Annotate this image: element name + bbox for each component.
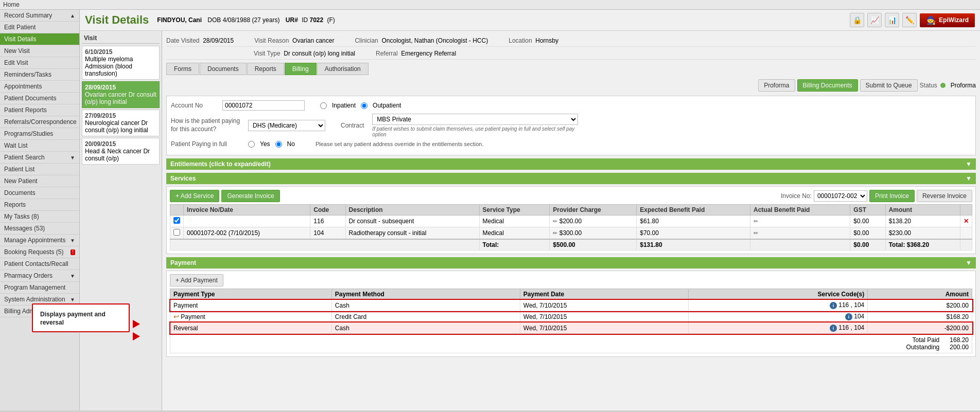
sidebar-item-wait-list[interactable]: Wait List	[0, 140, 79, 152]
sidebar-item-visit-details[interactable]: Visit Details	[0, 33, 79, 45]
tab-documents[interactable]: Documents	[200, 63, 247, 75]
add-service-button[interactable]: + Add Service	[170, 190, 219, 202]
checkbox-cell-0[interactable]	[170, 216, 184, 227]
meta-location: Location Hornsby	[509, 37, 558, 44]
sidebar-item-appointments[interactable]: Appointments	[0, 81, 79, 93]
pay-date-0: Wed, 7/10/2015	[520, 300, 688, 311]
services-header[interactable]: Services ▼	[166, 173, 976, 184]
sidebar-item-reminders[interactable]: Reminders/Tasks	[0, 69, 79, 81]
sidebar-item-patient-contacts[interactable]: Patient Contacts/Recall	[0, 258, 79, 270]
proforma-button[interactable]: Proforma	[758, 79, 795, 92]
services-total-row: Total: $500.00 $131.80 $0.00 Total: $368…	[170, 239, 972, 250]
sidebar-item-pharmacy-orders[interactable]: Pharmacy Orders ▼	[0, 270, 79, 282]
tab-billing[interactable]: Billing	[285, 63, 317, 75]
sidebar-item-my-tasks[interactable]: My Tasks (8)	[0, 211, 79, 223]
pay-codes-2: i 116 , 104	[689, 323, 868, 334]
status-dot	[940, 83, 946, 88]
payment-header[interactable]: Payment ▼	[166, 257, 976, 268]
tab-forms[interactable]: Forms	[166, 63, 199, 75]
bar-chart-button[interactable]: 📊	[885, 13, 899, 27]
delete-0[interactable]: ✕	[960, 216, 972, 227]
top-bar: Home	[0, 0, 980, 10]
pay-date-1: Wed, 7/10/2015	[520, 311, 688, 323]
lock-button[interactable]: 🔒	[850, 13, 864, 27]
sidebar-item-new-patient[interactable]: New Patient	[0, 175, 79, 187]
yes-radio[interactable]	[248, 141, 255, 148]
sidebar-item-patient-search[interactable]: Patient Search ▼	[0, 152, 79, 164]
total-amount: Total: $368.20	[885, 239, 960, 250]
info-icon-2[interactable]: i	[830, 325, 837, 332]
delete-icon-0[interactable]: ✕	[964, 218, 969, 225]
visit-item-3[interactable]: 20/09/2015 Head & Neck cancer Dr consult…	[82, 138, 160, 165]
sidebar-item-new-visit[interactable]: New Visit	[0, 45, 79, 57]
col-gst: GST	[850, 205, 885, 216]
billing-documents-button[interactable]: Billing Documents	[797, 79, 858, 92]
pencil-icon-charge-0[interactable]: ✏	[553, 218, 557, 224]
pay-date-2: Wed, 7/10/2015	[520, 323, 688, 334]
chart-button[interactable]: 📈	[867, 13, 882, 27]
generate-invoice-button[interactable]: Generate Invoice	[221, 190, 279, 202]
home-link[interactable]: Home	[3, 1, 20, 8]
add-payment-button[interactable]: + Add Payment	[170, 274, 223, 286]
dropdown-icon-4: ▼	[70, 297, 75, 302]
sidebar-item-programs[interactable]: Programs/Studies	[0, 128, 79, 140]
print-invoice-button[interactable]: Print Invoice	[869, 190, 915, 202]
sidebar-item-record-summary[interactable]: Record Summary ▲	[0, 10, 79, 22]
payment-table: Payment Type Payment Method Payment Date…	[170, 289, 972, 334]
sidebar-item-messages[interactable]: Messages (53)	[0, 223, 79, 235]
total-paid-line: Total Paid 168.20	[913, 336, 969, 344]
submit-to-queue-button[interactable]: Submit to Queue	[860, 79, 918, 92]
reverse-invoice-button[interactable]: Reverse Invoice	[917, 190, 972, 202]
info-icon-0[interactable]: i	[830, 302, 837, 309]
pencil-icon-actual-0[interactable]: ✏	[754, 218, 758, 224]
pencil-icon-actual-1[interactable]: ✏	[754, 230, 758, 236]
main-content: Visit Details FINDYOU, Cani DOB 4/08/198…	[80, 10, 980, 410]
tab-reports[interactable]: Reports	[247, 63, 284, 75]
invoice-no-select[interactable]: 00001072-002	[814, 190, 867, 202]
pencil-button[interactable]: ✏️	[902, 13, 917, 27]
sidebar-item-patient-documents[interactable]: Patient Documents	[0, 93, 79, 104]
visit-item-0[interactable]: 6/10/2015 Multiple myeloma Admission (bl…	[82, 46, 160, 80]
checkbox-cell-1[interactable]	[170, 227, 184, 240]
outpatient-radio[interactable]	[361, 102, 367, 109]
desc-1: Radiotherapy consult - initial	[345, 227, 479, 240]
entitlements-header[interactable]: Entitlements (click to expand/edit) ▼	[166, 158, 976, 170]
gst-0: $0.00	[850, 216, 885, 227]
sidebar-item-manage-appointments[interactable]: Manage Appointments ▼	[0, 235, 79, 246]
sidebar-item-patient-reports[interactable]: Patient Reports	[0, 104, 79, 116]
inpatient-radio[interactable]	[320, 102, 327, 109]
pay-col-amount: Amount	[868, 289, 972, 300]
sidebar-item-booking-requests[interactable]: Booking Requests (5) !	[0, 246, 79, 258]
charge-1: ✏ $300.00	[550, 227, 637, 240]
sidebar-item-program-management[interactable]: Program Management	[0, 282, 79, 294]
paying-select[interactable]: DHS (Medicare)	[248, 120, 325, 131]
payment-collapse-icon: ▼	[966, 259, 972, 266]
no-radio[interactable]	[275, 141, 282, 148]
status-area: Status Proforma	[920, 82, 976, 89]
sidebar-item-edit-patient[interactable]: Edit Patient	[0, 22, 79, 33]
visit-panel-title: Visit	[82, 33, 160, 44]
pay-type-1: ↩ Payment	[170, 311, 332, 323]
pay-col-codes: Service Code(s)	[689, 289, 868, 300]
visit-item-2[interactable]: 27/09/2015 Neurological cancer Dr consul…	[82, 110, 160, 136]
amount-0: $138.20	[885, 216, 960, 227]
sidebar-item-edit-visit[interactable]: Edit Visit	[0, 57, 79, 69]
epiwizard-button[interactable]: 🧙 EpiWizard	[920, 13, 975, 27]
sidebar-item-patient-list[interactable]: Patient List	[0, 164, 79, 175]
patient-type-radio: Inpatient Outpatient	[320, 102, 401, 109]
pencil-icon-charge-1[interactable]: ✏	[553, 230, 557, 236]
sidebar-item-referrals[interactable]: Referrals/Correspondence	[0, 116, 79, 128]
sidebar-item-documents[interactable]: Documents	[0, 187, 79, 199]
payment-section: Payment ▼ + Add Payment Payment Type Pay…	[166, 257, 976, 357]
account-no-input[interactable]	[222, 100, 305, 111]
visit-item-1[interactable]: 28/09/2015 Ovarian cancer Dr consult (o/…	[82, 81, 160, 108]
dropdown-icon-2: ▼	[70, 238, 75, 243]
col-actual-benefit: Actual Benefit Paid	[750, 205, 850, 216]
info-icon-1[interactable]: i	[845, 313, 852, 320]
col-actions	[960, 205, 972, 216]
tab-authorisation[interactable]: Authorisation	[317, 63, 369, 75]
sidebar-item-reports[interactable]: Reports	[0, 199, 79, 211]
col-code: Code	[310, 205, 345, 216]
pay-type-2: Reversal	[170, 323, 332, 334]
contract-select[interactable]: MBS Private	[372, 114, 578, 125]
